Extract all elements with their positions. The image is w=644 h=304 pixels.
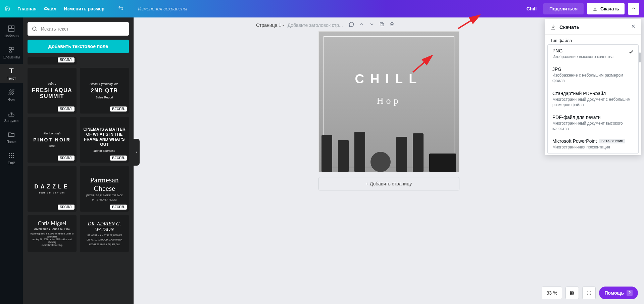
option-name: Стандартный PDF-файл	[552, 91, 634, 96]
notes-icon[interactable]	[348, 21, 354, 29]
rail-text[interactable]: Текст	[0, 64, 23, 83]
rail-more[interactable]: Ещё	[0, 148, 23, 168]
close-icon[interactable]	[631, 24, 636, 30]
nav-resize[interactable]: Изменить размер	[64, 6, 104, 11]
dropdown-scrollbar[interactable]	[639, 52, 641, 62]
option-name: Microsoft PowerPoint БЕТА-ВЕРСИЯ	[552, 138, 634, 144]
free-badge: БЕСПЛ.	[110, 106, 127, 112]
svg-point-10	[13, 155, 14, 156]
elements-icon	[8, 46, 15, 53]
home-icon[interactable]	[5, 5, 10, 12]
file-type-option-pdf-print[interactable]: PDF-файл для печати Многостраничный доку…	[548, 111, 638, 135]
templates-icon	[8, 25, 15, 32]
rail-background[interactable]: Фон	[0, 85, 23, 104]
search-wrap	[28, 22, 129, 36]
text-template-card[interactable]: DR. ADRIEN G. WATSON 142 WEST MAIN STREE…	[80, 215, 129, 252]
text-template-card[interactable]: Chris Miguel GIVEN THIS AUGUST 20, 2020 …	[28, 215, 77, 252]
page-down-icon[interactable]	[369, 21, 375, 29]
template-line: ADDRESS LINE 5, AF, RM, 301	[89, 243, 120, 246]
design-canvas[interactable]: CHILL Hop	[318, 31, 459, 172]
save-status: Изменения сохранены	[138, 6, 187, 11]
svg-point-14	[33, 27, 36, 31]
file-type-option-jpg[interactable]: JPG Изображение с небольшим размером фай…	[548, 63, 638, 87]
canvas-text-title[interactable]: CHILL	[319, 72, 459, 86]
template-line: Parmesan	[90, 176, 119, 184]
more-icon	[8, 152, 15, 159]
zoom-value[interactable]: 33 %	[542, 287, 562, 299]
svg-rect-17	[571, 291, 572, 293]
search-input[interactable]	[28, 22, 129, 36]
svg-rect-20	[573, 293, 574, 295]
template-line: SUMMIT	[40, 93, 64, 99]
duplicate-page-icon[interactable]	[379, 21, 385, 29]
search-icon	[32, 26, 38, 33]
rail-templates-label: Шаблоны	[4, 34, 19, 38]
share-button[interactable]: Поделиться	[543, 3, 584, 14]
svg-point-6	[11, 153, 12, 155]
download-caret-button[interactable]	[628, 3, 639, 15]
free-badge: БЕСПЛ.	[58, 57, 75, 62]
template-line: Martin Scorsese	[93, 149, 115, 153]
template-line: 2009	[49, 144, 55, 148]
rail-text-label: Текст	[7, 76, 16, 80]
add-text-button[interactable]: Добавить текстовое поле	[28, 40, 129, 53]
option-name: JPG	[552, 67, 634, 72]
option-desc: Изображение высокого качества	[552, 54, 634, 59]
svg-point-7	[13, 153, 14, 155]
rail-more-label: Ещё	[8, 161, 15, 165]
option-desc: Изображение с небольшим размером файла	[552, 73, 634, 83]
option-name: PDF-файл для печати	[552, 115, 634, 120]
svg-rect-4	[12, 47, 14, 49]
design-title[interactable]: Chill	[527, 6, 537, 11]
nav-home[interactable]: Главная	[17, 6, 37, 11]
template-line: IN ITS PROPER PLACE)	[92, 199, 117, 201]
rail-uploads[interactable]: Загрузки	[0, 106, 23, 125]
text-template-card[interactable]: DAZZLE eau de parfum БЕСПЛ.	[28, 166, 77, 212]
add-page-button[interactable]: + Добавить страницу	[318, 177, 459, 190]
download-icon	[592, 6, 598, 11]
help-button[interactable]: Помощь ?	[599, 287, 638, 299]
rail-background-label: Фон	[8, 97, 15, 101]
panel-collapse-handle[interactable]	[134, 139, 140, 166]
text-template-card[interactable]: gilby's FRESH AQUA SUMMIT БЕСПЛ.	[28, 68, 77, 114]
file-type-option-png[interactable]: PNG Изображение высокого качества	[548, 45, 638, 63]
text-icon	[8, 67, 15, 75]
svg-rect-15	[381, 23, 384, 26]
help-label: Помощь	[604, 290, 624, 296]
file-type-option-pptx[interactable]: Microsoft PowerPoint БЕТА-ВЕРСИЯ Многост…	[548, 135, 638, 153]
rail-elements[interactable]: Элементы	[0, 43, 23, 62]
svg-point-5	[9, 153, 10, 155]
page-title-placeholder[interactable]: Добавьте заголовок стр...	[288, 23, 343, 28]
beta-badge: БЕТА-ВЕРСИЯ	[599, 139, 625, 143]
rail-folders[interactable]: Папки	[0, 127, 23, 146]
template-line: Cheese	[94, 184, 115, 192]
svg-rect-19	[571, 293, 572, 295]
file-type-option-pdf-standard[interactable]: Стандартный PDF-файл Многостраничный док…	[548, 87, 638, 111]
svg-rect-1	[12, 26, 14, 28]
canvas-text-subtitle[interactable]: Hop	[319, 95, 459, 106]
svg-rect-16	[380, 23, 383, 25]
page-up-icon[interactable]	[359, 21, 364, 29]
rail-templates[interactable]: Шаблоны	[0, 21, 23, 41]
text-template-card[interactable]: БЕСПЛ.	[28, 57, 77, 64]
text-templates-grid: БЕСПЛ. gilby's FRESH AQUA SUMMIT БЕСПЛ. …	[28, 57, 129, 252]
fullscreen-icon[interactable]	[582, 287, 596, 299]
template-line: Marlborough	[44, 132, 61, 135]
text-template-card[interactable]: Parmesan Cheese (AFTER USE, PLEASE PUT I…	[80, 166, 129, 212]
nav-file[interactable]: Файл	[44, 6, 56, 11]
svg-rect-18	[573, 291, 574, 293]
grid-view-icon[interactable]	[565, 287, 579, 299]
text-template-card[interactable]: Marlborough PINOT NOIR 2009 БЕСПЛ.	[28, 117, 77, 163]
text-template-card[interactable]: CINEMA IS A MATTER OF WHAT'S IN THE FRAM…	[80, 117, 129, 163]
template-line: PINOT NOIR	[33, 137, 71, 142]
svg-rect-2	[9, 29, 14, 31]
template-line: Global Symmetry, Inc.	[90, 82, 119, 86]
top-bar: Главная Файл Изменить размер Изменения с…	[0, 0, 644, 17]
download-button[interactable]: Скачать	[587, 3, 625, 14]
svg-rect-0	[9, 26, 11, 28]
delete-page-icon[interactable]	[389, 21, 395, 29]
option-desc: Многостраничный документ с небольшим раз…	[552, 97, 634, 107]
undo-icon[interactable]	[118, 5, 124, 12]
text-template-card[interactable]: Global Symmetry, Inc. 2ND QTR Sales Repo…	[80, 68, 129, 114]
rail-uploads-label: Загрузки	[4, 119, 18, 123]
